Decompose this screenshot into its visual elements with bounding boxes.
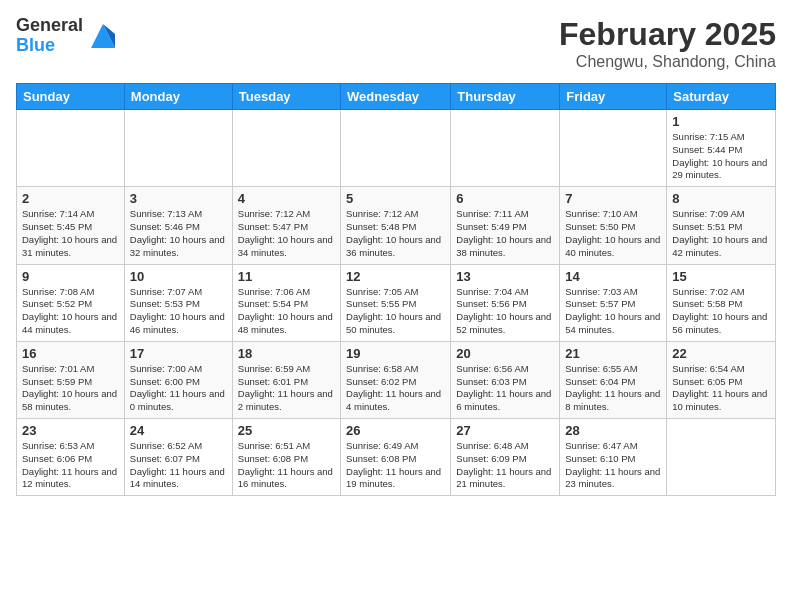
calendar-cell: 1Sunrise: 7:15 AM Sunset: 5:44 PM Daylig… [667,110,776,187]
day-info: Sunrise: 7:01 AM Sunset: 5:59 PM Dayligh… [22,363,119,414]
calendar-week-row: 23Sunrise: 6:53 AM Sunset: 6:06 PM Dayli… [17,419,776,496]
calendar-cell: 4Sunrise: 7:12 AM Sunset: 5:47 PM Daylig… [232,187,340,264]
day-number: 2 [22,191,119,206]
day-info: Sunrise: 7:07 AM Sunset: 5:53 PM Dayligh… [130,286,227,337]
weekday-header-tuesday: Tuesday [232,84,340,110]
calendar-cell [667,419,776,496]
calendar-cell: 2Sunrise: 7:14 AM Sunset: 5:45 PM Daylig… [17,187,125,264]
day-number: 4 [238,191,335,206]
day-info: Sunrise: 7:12 AM Sunset: 5:48 PM Dayligh… [346,208,445,259]
calendar-cell: 3Sunrise: 7:13 AM Sunset: 5:46 PM Daylig… [124,187,232,264]
day-info: Sunrise: 7:15 AM Sunset: 5:44 PM Dayligh… [672,131,770,182]
day-info: Sunrise: 7:12 AM Sunset: 5:47 PM Dayligh… [238,208,335,259]
day-info: Sunrise: 6:47 AM Sunset: 6:10 PM Dayligh… [565,440,661,491]
calendar-cell: 8Sunrise: 7:09 AM Sunset: 5:51 PM Daylig… [667,187,776,264]
logo-blue-text: Blue [16,36,83,56]
day-info: Sunrise: 6:51 AM Sunset: 6:08 PM Dayligh… [238,440,335,491]
day-number: 22 [672,346,770,361]
calendar-cell: 24Sunrise: 6:52 AM Sunset: 6:07 PM Dayli… [124,419,232,496]
day-number: 18 [238,346,335,361]
calendar-cell [124,110,232,187]
day-number: 6 [456,191,554,206]
calendar-week-row: 9Sunrise: 7:08 AM Sunset: 5:52 PM Daylig… [17,264,776,341]
day-info: Sunrise: 7:00 AM Sunset: 6:00 PM Dayligh… [130,363,227,414]
day-info: Sunrise: 7:11 AM Sunset: 5:49 PM Dayligh… [456,208,554,259]
calendar-cell [232,110,340,187]
day-info: Sunrise: 7:08 AM Sunset: 5:52 PM Dayligh… [22,286,119,337]
day-info: Sunrise: 7:14 AM Sunset: 5:45 PM Dayligh… [22,208,119,259]
weekday-header-saturday: Saturday [667,84,776,110]
calendar-cell: 28Sunrise: 6:47 AM Sunset: 6:10 PM Dayli… [560,419,667,496]
calendar-table: SundayMondayTuesdayWednesdayThursdayFrid… [16,83,776,496]
calendar-cell: 20Sunrise: 6:56 AM Sunset: 6:03 PM Dayli… [451,341,560,418]
day-number: 28 [565,423,661,438]
weekday-header-thursday: Thursday [451,84,560,110]
day-number: 19 [346,346,445,361]
calendar-cell [17,110,125,187]
day-number: 7 [565,191,661,206]
day-number: 25 [238,423,335,438]
day-info: Sunrise: 7:09 AM Sunset: 5:51 PM Dayligh… [672,208,770,259]
weekday-header-wednesday: Wednesday [341,84,451,110]
calendar-week-row: 1Sunrise: 7:15 AM Sunset: 5:44 PM Daylig… [17,110,776,187]
weekday-header-sunday: Sunday [17,84,125,110]
calendar-cell [341,110,451,187]
calendar-header-row: SundayMondayTuesdayWednesdayThursdayFrid… [17,84,776,110]
day-info: Sunrise: 7:03 AM Sunset: 5:57 PM Dayligh… [565,286,661,337]
day-info: Sunrise: 6:55 AM Sunset: 6:04 PM Dayligh… [565,363,661,414]
calendar-cell: 11Sunrise: 7:06 AM Sunset: 5:54 PM Dayli… [232,264,340,341]
calendar-cell: 7Sunrise: 7:10 AM Sunset: 5:50 PM Daylig… [560,187,667,264]
day-info: Sunrise: 6:59 AM Sunset: 6:01 PM Dayligh… [238,363,335,414]
day-info: Sunrise: 7:04 AM Sunset: 5:56 PM Dayligh… [456,286,554,337]
logo-icon [87,20,119,52]
calendar-cell: 25Sunrise: 6:51 AM Sunset: 6:08 PM Dayli… [232,419,340,496]
calendar-cell: 5Sunrise: 7:12 AM Sunset: 5:48 PM Daylig… [341,187,451,264]
calendar-cell: 18Sunrise: 6:59 AM Sunset: 6:01 PM Dayli… [232,341,340,418]
calendar-cell: 6Sunrise: 7:11 AM Sunset: 5:49 PM Daylig… [451,187,560,264]
calendar-cell: 27Sunrise: 6:48 AM Sunset: 6:09 PM Dayli… [451,419,560,496]
logo: General Blue [16,16,119,56]
day-info: Sunrise: 7:02 AM Sunset: 5:58 PM Dayligh… [672,286,770,337]
calendar-cell: 14Sunrise: 7:03 AM Sunset: 5:57 PM Dayli… [560,264,667,341]
day-number: 9 [22,269,119,284]
calendar-cell: 17Sunrise: 7:00 AM Sunset: 6:00 PM Dayli… [124,341,232,418]
day-number: 20 [456,346,554,361]
day-info: Sunrise: 7:06 AM Sunset: 5:54 PM Dayligh… [238,286,335,337]
day-info: Sunrise: 6:58 AM Sunset: 6:02 PM Dayligh… [346,363,445,414]
calendar-cell [560,110,667,187]
day-number: 15 [672,269,770,284]
day-number: 26 [346,423,445,438]
weekday-header-friday: Friday [560,84,667,110]
page-header: General Blue February 2025 Chengwu, Shan… [16,16,776,71]
day-number: 27 [456,423,554,438]
day-number: 24 [130,423,227,438]
calendar-cell: 16Sunrise: 7:01 AM Sunset: 5:59 PM Dayli… [17,341,125,418]
logo-general-text: General [16,16,83,36]
day-number: 21 [565,346,661,361]
day-info: Sunrise: 7:13 AM Sunset: 5:46 PM Dayligh… [130,208,227,259]
calendar-cell: 13Sunrise: 7:04 AM Sunset: 5:56 PM Dayli… [451,264,560,341]
calendar-cell: 10Sunrise: 7:07 AM Sunset: 5:53 PM Dayli… [124,264,232,341]
title-block: February 2025 Chengwu, Shandong, China [559,16,776,71]
day-info: Sunrise: 6:54 AM Sunset: 6:05 PM Dayligh… [672,363,770,414]
day-number: 12 [346,269,445,284]
day-number: 8 [672,191,770,206]
day-number: 13 [456,269,554,284]
calendar-cell: 9Sunrise: 7:08 AM Sunset: 5:52 PM Daylig… [17,264,125,341]
calendar-cell: 15Sunrise: 7:02 AM Sunset: 5:58 PM Dayli… [667,264,776,341]
day-info: Sunrise: 6:56 AM Sunset: 6:03 PM Dayligh… [456,363,554,414]
day-info: Sunrise: 6:48 AM Sunset: 6:09 PM Dayligh… [456,440,554,491]
day-number: 14 [565,269,661,284]
calendar-cell: 23Sunrise: 6:53 AM Sunset: 6:06 PM Dayli… [17,419,125,496]
day-info: Sunrise: 7:05 AM Sunset: 5:55 PM Dayligh… [346,286,445,337]
day-number: 11 [238,269,335,284]
calendar-cell [451,110,560,187]
calendar-cell: 26Sunrise: 6:49 AM Sunset: 6:08 PM Dayli… [341,419,451,496]
day-info: Sunrise: 6:53 AM Sunset: 6:06 PM Dayligh… [22,440,119,491]
day-info: Sunrise: 6:49 AM Sunset: 6:08 PM Dayligh… [346,440,445,491]
day-number: 16 [22,346,119,361]
day-info: Sunrise: 6:52 AM Sunset: 6:07 PM Dayligh… [130,440,227,491]
day-number: 5 [346,191,445,206]
calendar-week-row: 2Sunrise: 7:14 AM Sunset: 5:45 PM Daylig… [17,187,776,264]
day-number: 17 [130,346,227,361]
